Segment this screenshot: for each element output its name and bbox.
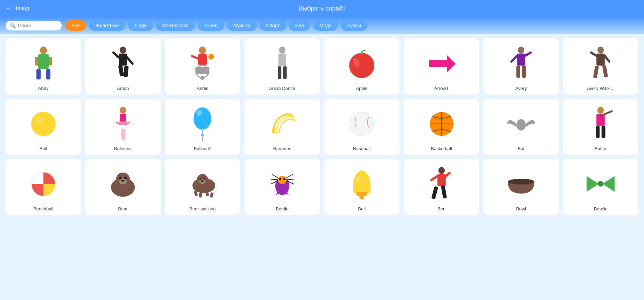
sprite-label-ball: Ball [9,146,77,151]
sprite-card-bear[interactable]: Bear [85,159,160,215]
sprite-label-bowtie: Bowtie [567,206,635,211]
category-btn-fantasy[interactable]: Фантастика [156,20,195,31]
svg-point-16 [200,76,205,80]
svg-rect-3 [46,69,50,79]
svg-point-78 [204,178,206,180]
sprite-card-bowl[interactable]: Bowl [483,159,559,215]
category-btn-people[interactable]: Люди [128,20,153,31]
sprite-label-abby: Abby [9,86,77,91]
svg-rect-59 [602,126,605,138]
sprite-card-basketball[interactable]: Basketball [404,99,479,155]
sprite-card-apple[interactable]: Apple [324,39,400,95]
sprite-image-balloon1 [168,104,237,144]
sprite-label-amon: Amon [89,86,157,91]
page-title: Выбрать спрайт [298,5,346,12]
sprite-card-ballerina[interactable]: Ballerina [85,99,160,155]
category-btn-music[interactable]: Музыка [227,20,257,31]
sprite-card-amon[interactable]: Amon [85,39,160,95]
svg-point-23 [349,53,374,78]
sprite-card-avery-walking[interactable]: Avery Walki... [563,39,638,95]
sprite-card-ben[interactable]: Ben [404,159,479,215]
svg-rect-43 [120,113,126,121]
svg-point-107 [598,181,603,187]
sprite-card-bear-walking[interactable]: Bear-walking [165,159,240,215]
sprite-image-abby [9,43,77,84]
sprite-card-batter[interactable]: Batter [563,99,638,155]
svg-point-70 [124,177,127,179]
sprite-label-anina-dance: Anina Dance [248,86,316,91]
svg-point-17 [208,54,214,60]
sprite-card-bananas[interactable]: Bananas [244,99,320,155]
svg-rect-100 [441,185,447,198]
category-buttons: ВсеЖивотныеЛюдиФантастикаТанецМузыкаСпор… [65,20,367,31]
category-btn-sport[interactable]: Спорт [259,20,286,31]
sprite-card-avery[interactable]: Avery [483,39,559,95]
sprite-label-basketball: Basketball [407,146,476,151]
sprite-image-amon [89,43,157,84]
svg-point-69 [119,177,122,179]
sprite-card-beetle[interactable]: Beetle [244,159,320,215]
sprite-image-anina-dance [248,43,316,84]
sprite-label-arrow1: Arrow1 [407,86,476,91]
sprite-image-beachball [9,164,77,204]
svg-point-56 [597,106,604,113]
svg-point-19 [279,46,285,53]
sprite-grid: AbbyAmonAndieAnina DanceAppleArrow1Avery… [6,39,638,215]
svg-line-89 [270,179,278,180]
sprite-label-andie: Andie [168,86,237,91]
sprite-image-bat [487,104,555,144]
category-btn-dance[interactable]: Танец [198,20,224,31]
svg-line-18 [192,56,198,58]
sprite-image-ballerina [89,104,157,144]
back-button[interactable]: ← Назад [6,5,29,12]
sprite-label-bear: Bear [89,206,157,211]
sprite-card-anina-dance[interactable]: Anina Dance [244,39,320,95]
svg-line-91 [286,174,293,178]
svg-line-92 [286,179,295,180]
sprite-card-bell[interactable]: Bell [324,159,400,215]
sprite-card-beachball[interactable]: Beachball [6,159,81,215]
svg-point-95 [359,195,364,200]
sprite-label-ben: Ben [407,206,476,211]
sprite-image-andie [168,43,237,84]
svg-rect-5 [49,57,52,65]
svg-point-47 [197,110,202,116]
svg-rect-30 [516,65,520,78]
svg-point-79 [201,180,204,182]
svg-rect-11 [124,65,129,77]
sprite-image-bear [89,164,157,204]
sprite-image-arrow1 [407,43,476,84]
sprite-label-beachball: Beachball [9,206,77,211]
svg-point-51 [516,119,526,130]
svg-point-12 [199,47,206,54]
svg-rect-29 [517,53,525,65]
back-label: Назад [13,5,29,12]
sprite-card-baseball[interactable]: Baseball [324,99,400,155]
svg-rect-58 [596,126,600,138]
svg-rect-35 [596,53,605,65]
sprite-card-balloon1[interactable]: Balloon1 [165,99,240,155]
svg-point-0 [40,47,47,54]
sprite-label-apple: Apple [328,86,396,91]
sprite-card-andie[interactable]: Andie [165,39,240,95]
svg-marker-105 [587,176,599,192]
category-btn-all[interactable]: Все [65,20,86,31]
search-box[interactable]: 🔍 [6,21,62,30]
category-btn-food[interactable]: Еда [289,20,310,31]
search-input[interactable] [18,23,57,28]
sprite-label-bat: Bat [487,146,555,151]
category-btn-letters[interactable]: Буквы [341,20,367,31]
sprite-card-bat[interactable]: Bat [483,99,559,155]
svg-point-97 [438,167,444,174]
svg-line-8 [113,53,119,57]
sprite-card-abby[interactable]: Abby [6,39,81,95]
header: ← Назад Выбрать спрайт [0,0,644,17]
sprite-card-bowtie[interactable]: Bowtie [563,159,638,215]
svg-rect-7 [119,53,127,65]
category-btn-animals[interactable]: Животные [89,20,125,31]
sprite-card-arrow1[interactable]: Arrow1 [404,39,479,95]
sprite-image-ben [407,164,476,204]
category-btn-fashion[interactable]: Мода [313,20,338,31]
sprite-card-ball[interactable]: Ball [6,99,81,155]
sprite-label-bear-walking: Bear-walking [168,206,237,211]
